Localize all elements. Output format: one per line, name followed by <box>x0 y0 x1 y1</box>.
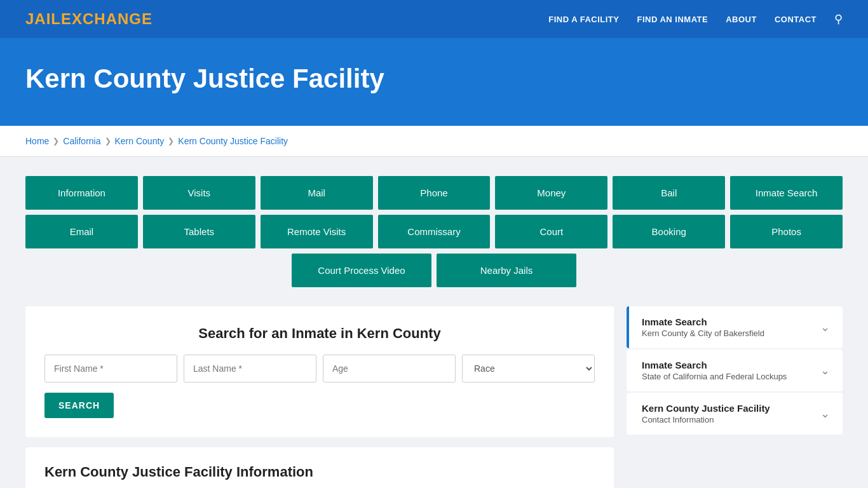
btn-money[interactable]: Money <box>495 176 607 210</box>
breadcrumb-home[interactable]: Home <box>25 136 49 146</box>
search-fields: Race <box>44 355 595 383</box>
breadcrumb: Home ❯ California ❯ Kern County ❯ Kern C… <box>25 136 843 146</box>
nav-buttons-grid: Information Visits Mail Phone Money Bail… <box>25 176 843 287</box>
btn-court-process-video[interactable]: Court Process Video <box>292 254 431 287</box>
sidebar: Inmate Search Kern County & City of Bake… <box>627 306 843 436</box>
nav-buttons-row3: Court Process Video Nearby Jails <box>25 254 843 287</box>
sidebar-card-kern: Inmate Search Kern County & City of Bake… <box>627 306 843 348</box>
sidebar-card-contact-header[interactable]: Kern County Justice Facility Contact Inf… <box>627 393 843 435</box>
page-title: Kern County Justice Facility <box>25 64 843 94</box>
nav-buttons-row1: Information Visits Mail Phone Money Bail… <box>25 176 843 210</box>
nav-about[interactable]: ABOUT <box>726 15 757 24</box>
sidebar-card-ca-header[interactable]: Inmate Search State of California and Fe… <box>627 349 843 391</box>
age-input[interactable] <box>323 355 456 383</box>
sidebar-card-ca-title: Inmate Search State of California and Fe… <box>642 360 787 381</box>
info-title: Kern County Justice Facility Information <box>44 464 595 480</box>
breadcrumb-kern-county[interactable]: Kern County <box>115 136 165 146</box>
sidebar-card-ca-main: Inmate Search <box>642 360 787 370</box>
hero-section: Kern County Justice Facility <box>0 38 868 126</box>
btn-visits[interactable]: Visits <box>143 176 255 210</box>
navbar: JAILEXCHANGE FIND A FACILITY FIND AN INM… <box>0 0 868 38</box>
logo-exchange: EXCHANGE <box>61 10 153 27</box>
race-select[interactable]: Race <box>462 355 595 383</box>
nav-find-inmate[interactable]: FIND AN INMATE <box>637 15 708 24</box>
btn-nearby-jails[interactable]: Nearby Jails <box>437 254 576 287</box>
sidebar-card-contact-sub: Contact Information <box>642 415 770 424</box>
search-panel: Search for an Inmate in Kern County Race… <box>25 306 614 437</box>
sidebar-card-contact-title: Kern County Justice Facility Contact Inf… <box>642 403 770 424</box>
sidebar-card-kern-header[interactable]: Inmate Search Kern County & City of Bake… <box>627 306 843 348</box>
sidebar-card-kern-title: Inmate Search Kern County & City of Bake… <box>642 316 764 338</box>
btn-commissary[interactable]: Commissary <box>378 215 491 248</box>
content-area: Search for an Inmate in Kern County Race… <box>25 306 843 488</box>
main-content: Information Visits Mail Phone Money Bail… <box>0 157 868 488</box>
sidebar-card-kern-sub: Kern County & City of Bakersfield <box>642 329 764 338</box>
search-button[interactable]: SEARCH <box>44 393 114 418</box>
sidebar-card-kern-main: Inmate Search <box>642 316 764 327</box>
btn-information[interactable]: Information <box>25 176 138 210</box>
search-icon[interactable]: ⚲ <box>834 12 843 26</box>
logo-jail: JAIL <box>25 10 61 27</box>
btn-mail[interactable]: Mail <box>261 176 373 210</box>
nav-links: FIND A FACILITY FIND AN INMATE ABOUT CON… <box>548 12 843 26</box>
btn-phone[interactable]: Phone <box>378 176 491 210</box>
breadcrumb-california[interactable]: California <box>63 136 100 146</box>
btn-inmate-search[interactable]: Inmate Search <box>730 176 843 210</box>
nav-contact[interactable]: CONTACT <box>775 15 817 24</box>
btn-court[interactable]: Court <box>495 215 607 248</box>
search-title: Search for an Inmate in Kern County <box>44 325 595 342</box>
btn-photos[interactable]: Photos <box>730 215 843 248</box>
info-section: Kern County Justice Facility Information <box>25 447 614 488</box>
breadcrumb-sep-2: ❯ <box>105 137 111 146</box>
breadcrumb-sep-1: ❯ <box>53 137 59 146</box>
btn-booking[interactable]: Booking <box>613 215 725 248</box>
btn-tablets[interactable]: Tablets <box>143 215 255 248</box>
left-column: Search for an Inmate in Kern County Race… <box>25 306 614 488</box>
nav-find-facility[interactable]: FIND A FACILITY <box>548 15 619 24</box>
sidebar-card-contact: Kern County Justice Facility Contact Inf… <box>627 393 843 435</box>
chevron-down-icon-2: ⌄ <box>820 363 830 377</box>
first-name-input[interactable] <box>44 355 177 383</box>
sidebar-card-contact-main: Kern County Justice Facility <box>642 403 770 414</box>
chevron-down-icon-3: ⌄ <box>820 407 830 421</box>
sidebar-card-ca-sub: State of California and Federal Lockups <box>642 372 787 381</box>
sidebar-card-ca: Inmate Search State of California and Fe… <box>627 349 843 391</box>
last-name-input[interactable] <box>184 355 316 383</box>
nav-buttons-row2: Email Tablets Remote Visits Commissary C… <box>25 215 843 248</box>
breadcrumb-bar: Home ❯ California ❯ Kern County ❯ Kern C… <box>0 126 868 157</box>
chevron-down-icon: ⌄ <box>820 320 830 334</box>
breadcrumb-current: Kern County Justice Facility <box>178 136 288 146</box>
btn-bail[interactable]: Bail <box>613 176 725 210</box>
logo[interactable]: JAILEXCHANGE <box>25 10 153 28</box>
btn-email[interactable]: Email <box>25 215 138 248</box>
btn-remote-visits[interactable]: Remote Visits <box>261 215 373 248</box>
breadcrumb-sep-3: ❯ <box>168 137 174 146</box>
